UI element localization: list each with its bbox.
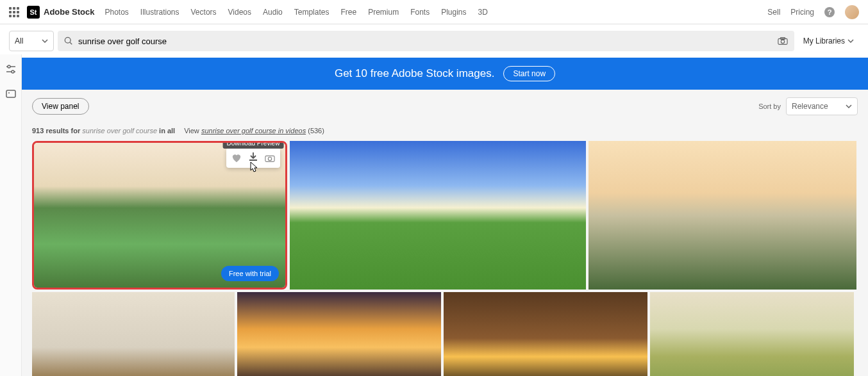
results-count: 913 results for: [32, 127, 80, 135]
view-panel-button[interactable]: View panel: [32, 98, 89, 115]
search-input-wrap: [58, 31, 794, 51]
sort-by-label: Sort by: [758, 102, 781, 110]
nav-templates[interactable]: Templates: [294, 8, 330, 17]
download-tooltip: Download Preview: [223, 141, 284, 149]
cursor-icon: [248, 161, 258, 174]
promo-banner: Get 10 free Adobe Stock images. Start no…: [22, 58, 868, 90]
nav-fonts[interactable]: Fonts: [410, 8, 430, 17]
search-input[interactable]: [78, 37, 772, 46]
nav-premium[interactable]: Premium: [368, 8, 399, 17]
nav-photos[interactable]: Photos: [104, 8, 128, 17]
category-value: All: [15, 37, 23, 45]
nav-videos[interactable]: Videos: [228, 8, 251, 17]
chevron-down-icon: [847, 39, 854, 43]
sort-select[interactable]: Relevance: [786, 97, 858, 115]
avatar[interactable]: [845, 5, 859, 19]
nav-illustrations[interactable]: Illustrations: [140, 8, 179, 17]
thumbnail-7[interactable]: [650, 292, 854, 376]
svg-point-10: [8, 92, 10, 94]
camera-icon[interactable]: [778, 37, 788, 45]
svg-point-6: [8, 65, 10, 68]
svg-point-3: [781, 40, 784, 43]
nav-plugins[interactable]: Plugins: [441, 8, 466, 17]
start-now-button[interactable]: Start now: [503, 66, 555, 81]
my-libraries-label: My Libraries: [803, 37, 845, 45]
my-libraries[interactable]: My Libraries: [798, 37, 859, 45]
left-rail: [0, 54, 22, 376]
chevron-down-icon: [42, 39, 48, 43]
svg-point-0: [65, 37, 71, 43]
thumbnail-3[interactable]: [588, 141, 856, 290]
svg-rect-9: [6, 90, 15, 97]
thumbnail-1[interactable]: Download Preview Free with trial: [32, 141, 287, 290]
logo-glyph: St: [27, 6, 40, 19]
apps-icon[interactable]: [9, 7, 19, 17]
banner-text: Get 10 free Adobe Stock images.: [335, 67, 494, 80]
nav-free[interactable]: Free: [340, 8, 356, 17]
search-icon: [64, 37, 73, 45]
thumbnail-6[interactable]: [444, 292, 647, 376]
heart-icon[interactable]: [231, 153, 242, 163]
videos-count: (536): [308, 127, 324, 135]
results-summary: 913 results for sunrise over golf course…: [32, 127, 858, 135]
thumbnail-5[interactable]: [237, 292, 441, 376]
nav: Photos Illustrations Vectors Videos Audi…: [104, 8, 487, 17]
results-in-all: in all: [159, 127, 175, 135]
thumbnail-2[interactable]: [290, 141, 586, 290]
svg-point-8: [12, 70, 14, 73]
brand-logo[interactable]: St Adobe Stock: [27, 6, 94, 19]
category-select[interactable]: All: [9, 31, 54, 51]
license-camera-icon[interactable]: [265, 153, 275, 163]
nav-vectors[interactable]: Vectors: [191, 8, 217, 17]
brand-name: Adobe Stock: [44, 7, 94, 17]
nav-audio[interactable]: Audio: [263, 8, 283, 17]
thumbnail-4[interactable]: [32, 292, 235, 376]
help-icon[interactable]: ?: [824, 7, 835, 17]
sort-value: Relevance: [792, 102, 828, 111]
results-grid: Download Preview Free with trial: [32, 141, 858, 376]
pricing-link[interactable]: Pricing: [790, 8, 814, 17]
nav-3d[interactable]: 3D: [478, 8, 488, 17]
results-query: sunrise over golf course: [82, 127, 157, 135]
videos-link[interactable]: sunrise over golf course in videos: [201, 127, 306, 135]
chevron-down-icon: [846, 104, 852, 108]
svg-line-1: [70, 42, 72, 44]
svg-point-12: [268, 157, 271, 160]
view-prefix: View: [184, 127, 199, 135]
free-with-trial-button[interactable]: Free with trial: [221, 266, 279, 281]
sell-link[interactable]: Sell: [767, 8, 780, 17]
history-icon[interactable]: [5, 88, 17, 99]
filter-icon[interactable]: [5, 63, 17, 75]
